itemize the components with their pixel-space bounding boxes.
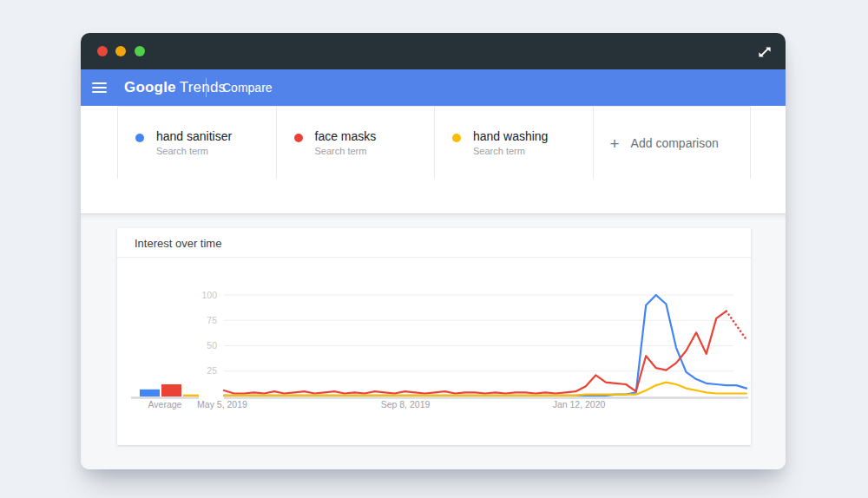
svg-text:Jan 12, 2020: Jan 12, 2020 [553, 399, 606, 410]
zoom-window-button[interactable] [135, 46, 145, 56]
chart-title: Interest over time [135, 237, 221, 250]
term-name: face masks [315, 129, 377, 143]
add-comparison-label: Add comparison [631, 136, 719, 150]
term-subtitle: Search term [156, 146, 208, 156]
close-window-button[interactable] [97, 46, 108, 56]
svg-text:May 5, 2019: May 5, 2019 [197, 399, 247, 410]
brand-google: Google [124, 79, 176, 96]
plus-icon: + [610, 135, 620, 152]
term-name: hand sanitiser [156, 129, 232, 143]
navbar-divider [206, 78, 207, 97]
svg-text:Sep 8, 2019: Sep 8, 2019 [381, 399, 431, 410]
content-area: Interest over time 255075100AverageMay 5… [81, 213, 786, 469]
interest-over-time-card: Interest over time 255075100AverageMay 5… [117, 228, 751, 445]
term-subtitle: Search term [315, 146, 367, 156]
term-card-hand-washing[interactable]: hand washing Search term [434, 107, 593, 180]
series-dot-yellow [452, 134, 461, 142]
toolbar-spacer [81, 179, 786, 213]
add-comparison-button[interactable]: + Add comparison [593, 107, 752, 180]
page-background: Google Trends Compare hand sanitiser Sea… [0, 0, 868, 498]
comparison-row: hand sanitiser Search term face masks Se… [81, 106, 786, 180]
comparison-cards: hand sanitiser Search term face masks Se… [117, 106, 751, 180]
trends-navbar: Google Trends Compare [81, 69, 786, 106]
svg-text:25: 25 [207, 365, 217, 376]
series-dot-red [294, 134, 303, 142]
term-name: hand washing [473, 129, 548, 143]
menu-icon[interactable] [92, 82, 107, 93]
browser-window: Google Trends Compare hand sanitiser Sea… [81, 33, 786, 469]
term-card-face-masks[interactable]: face masks Search term [276, 107, 435, 180]
brand-trends: Trends [180, 79, 226, 96]
minimize-window-button[interactable] [115, 46, 126, 56]
expand-icon[interactable] [757, 44, 773, 60]
window-titlebar [81, 33, 786, 69]
svg-text:100: 100 [201, 290, 217, 300]
term-card-hand-sanitiser[interactable]: hand sanitiser Search term [117, 107, 276, 180]
chart-card-header: Interest over time [117, 228, 751, 258]
nav-page-compare[interactable]: Compare [222, 69, 273, 106]
trend-line-chart: 255075100AverageMay 5, 2019Sep 8, 2019Ja… [117, 258, 751, 445]
google-trends-logo[interactable]: Google Trends [124, 69, 226, 106]
term-subtitle: Search term [473, 146, 525, 156]
svg-text:75: 75 [207, 315, 217, 325]
svg-text:50: 50 [207, 340, 217, 351]
svg-text:Average: Average [148, 399, 182, 410]
series-dot-blue [135, 134, 144, 142]
